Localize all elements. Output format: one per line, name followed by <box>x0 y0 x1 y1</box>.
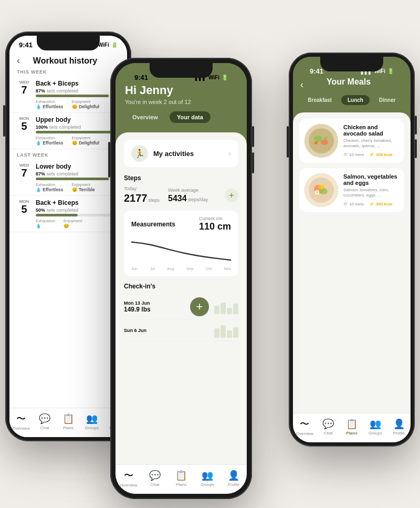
mid-nav-profile[interactable]: 👤 Profile <box>222 470 245 487</box>
right-nav-profile-label: Profile <box>393 431 405 436</box>
right-nav-plans[interactable]: 📋 Plans <box>340 418 363 436</box>
mid-chat-icon: 💬 <box>149 470 161 481</box>
meal-info-1: Chicken and avocado salad Chicken, cherr… <box>343 124 399 157</box>
phone-notch <box>37 36 100 50</box>
mid-nav-profile-label: Profile <box>228 482 240 487</box>
workout-details-1: Back + Biceps › 87% sets completed <box>36 80 120 109</box>
workout-details-4: Back + Biceps › 50% sets completed <box>36 199 120 229</box>
mid-vol-up[interactable] <box>252 126 254 147</box>
mid-nav-plans-label: Plans <box>176 482 186 487</box>
meal-desc-1: Chicken, cherry tomatoes, avocado, quino… <box>343 138 399 149</box>
svg-point-1 <box>309 128 334 153</box>
svg-point-3 <box>321 140 328 145</box>
exhaustion-1: Exhaustion 💧 Effortless <box>36 99 64 109</box>
mid-status-time: 9:41 <box>134 74 148 81</box>
workout-name-2: Upper body › <box>36 116 120 123</box>
tab-lunch[interactable]: Lunch <box>341 95 370 105</box>
month-oct: Oct <box>206 266 212 271</box>
wifi-icon: WiFi <box>98 42 109 48</box>
measurements-chart <box>131 235 231 264</box>
nav-groups-label: Groups <box>85 426 99 430</box>
meals-tabs: Breakfast Lunch Dinner <box>300 95 403 105</box>
steps-card: Steps Today 2177 steps Week average <box>124 174 238 204</box>
svg-point-13 <box>316 191 318 193</box>
workout-entry-4[interactable]: MON 5 Back + Biceps › 50% sets completed <box>9 196 127 232</box>
dashboard-tabs: Overview Your data <box>125 111 237 123</box>
meal-kcal-2: ⚡ 300 kcal <box>369 202 392 206</box>
right-power[interactable] <box>287 126 289 158</box>
tab-breakfast[interactable]: Breakfast <box>301 95 338 105</box>
left-bottom-nav: 〜 Overview 💬 Chat 📋 Plans 👥 Groups 👤 <box>9 408 127 437</box>
sets-pct-1: 87% <box>36 88 45 94</box>
back-button[interactable]: ‹ <box>17 55 20 66</box>
meal-image-2 <box>304 173 338 207</box>
mid-notch <box>150 63 213 78</box>
workout-entry-1[interactable]: WED 7 Back + Biceps › 87% sets completed <box>9 77 127 113</box>
mid-nav-chat[interactable]: 💬 Chat <box>143 470 166 487</box>
right-overview-icon: 〜 <box>300 418 309 430</box>
tab-dinner[interactable]: Dinner <box>373 95 402 105</box>
mid-vol-down[interactable] <box>252 152 254 173</box>
mid-plans-icon: 📋 <box>175 470 187 481</box>
nav-plans[interactable]: 📋 Plans <box>57 413 80 430</box>
kcal-icon-2: ⚡ <box>369 202 374 206</box>
mid-power[interactable] <box>108 142 110 178</box>
mid-overview-icon: 〜 <box>124 469 133 482</box>
clock-icon-1: ⏱ <box>343 152 348 157</box>
exhaustion-2: Exhaustion 💧 Effortless <box>36 136 64 146</box>
activities-row[interactable]: 🏃 My activities › <box>124 140 238 167</box>
right-bottom-nav: 〜 Overview 💬 Chat 📋 Plans 👥 Groups 👤 <box>293 413 411 442</box>
bar-3 <box>227 308 232 314</box>
checkin-bars-2 <box>214 323 238 338</box>
checkin-add-button[interactable]: + <box>190 297 209 316</box>
tab-overview[interactable]: Overview <box>125 111 165 123</box>
nav-groups[interactable]: 👥 Groups <box>80 413 103 430</box>
meal-kcal-1: ⚡ 300 kcal <box>369 152 392 157</box>
nav-overview[interactable]: 〜 Overview <box>9 412 33 431</box>
right-nav-profile[interactable]: 👤 Profile <box>387 418 411 436</box>
right-vol-up[interactable] <box>415 116 417 134</box>
right-notch <box>320 57 383 71</box>
right-nav-overview[interactable]: 〜 Overview <box>293 418 316 436</box>
bar-1 <box>214 306 219 314</box>
week-avg-label: Week average <box>168 188 208 193</box>
steps-add-button[interactable]: + <box>225 189 238 202</box>
meal-card-2[interactable]: Salmon, vegetables and eggs Salmon, toma… <box>299 168 404 212</box>
meal-time-2: ⏱ 10 mins <box>343 202 364 206</box>
tab-your-data[interactable]: Your data <box>170 111 211 123</box>
nav-chat[interactable]: 💬 Chat <box>33 413 56 430</box>
progress-bg-2 <box>36 131 120 133</box>
right-nav-groups[interactable]: 👥 Groups <box>364 418 387 436</box>
right-vol-down[interactable] <box>415 139 417 158</box>
progress-fill-2 <box>36 131 120 133</box>
mid-nav-overview-label: Overview <box>120 483 137 488</box>
day-info-2: MON 5 <box>17 116 32 131</box>
meal-info-2: Salmon, vegetables and eggs Salmon, toma… <box>343 173 399 206</box>
steps-today: Today 2177 steps <box>124 186 160 204</box>
mid-bottom-nav: 〜 Overview 💬 Chat 📋 Plans 👥 Groups 👤 <box>116 464 247 494</box>
clock-icon-2: ⏱ <box>343 202 348 206</box>
mid-nav-plans[interactable]: 📋 Plans <box>170 470 193 487</box>
mid-nav-overview[interactable]: 〜 Overview <box>117 469 140 488</box>
page-title: Workout history <box>24 56 106 66</box>
progress-bg-1 <box>36 95 120 97</box>
dashboard-greeting: Hi Jenny <box>125 84 237 97</box>
mid-groups-icon: 👥 <box>202 470 213 481</box>
chart-svg <box>131 235 231 264</box>
activities-chevron: › <box>228 149 231 158</box>
checkins-title: Check-in's <box>124 283 238 290</box>
svg-point-5 <box>314 141 318 144</box>
chart-months: Jun Jul Aug Sep Oct Nov <box>131 266 231 271</box>
checkin-entry-2: Sun 6 Jun <box>124 320 238 341</box>
month-aug: Aug <box>167 266 174 271</box>
overview-icon: 〜 <box>16 412 26 425</box>
right-nav-chat[interactable]: 💬 Chat <box>317 418 340 436</box>
enjoyment-1: Enjoyment 😊 Delightful <box>72 99 100 109</box>
meal-card-1[interactable]: Chicken and avocado salad Chicken, cherr… <box>299 119 404 163</box>
activities-label: My activities <box>153 150 194 158</box>
mid-nav-groups[interactable]: 👥 Groups <box>196 470 219 487</box>
meal-image-1 <box>304 124 338 158</box>
day-num-2: 5 <box>17 121 32 131</box>
current-cm-label: Current cm <box>199 216 231 221</box>
power-button[interactable] <box>3 105 5 137</box>
